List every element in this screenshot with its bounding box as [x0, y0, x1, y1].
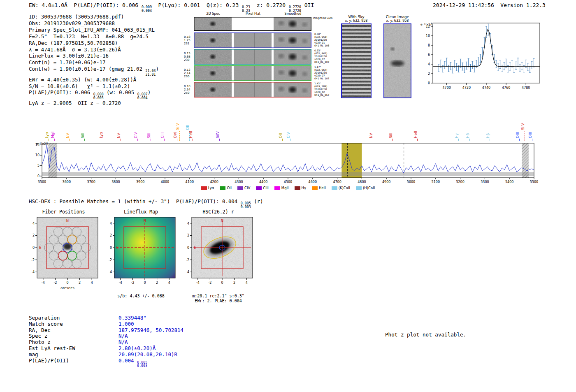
match-table: Separation0.339448"Match score1.000RA, D… — [29, 315, 183, 368]
svg-text:2: 2 — [233, 281, 235, 285]
svg-text:2: 2 — [110, 234, 112, 237]
info-line: Cont(n) = 1.70(±0.06)e-17 — [29, 59, 159, 66]
svg-text:3900: 3900 — [136, 180, 144, 184]
timestamp-version: 2024-12-29 11:42:56 Version 1.22.3 — [433, 2, 546, 8]
spec2d-row: 0.102.542501.42"(629, 289)20191230v029_0… — [184, 82, 341, 97]
spectrum-legend: LyαOIICIVCIIIMgIIHγHeII(K)CaII(H)CaII — [35, 186, 541, 190]
table-row-value: 2.80(±0.20)Å — [118, 346, 156, 352]
spec2d-row: 0.181.252310.60"(632, 958)20191230v029_0… — [184, 32, 341, 48]
line-label-CIII: CIII — [160, 132, 165, 138]
line-label-SiIV: SiIV — [216, 131, 220, 138]
table-row-value: 0.004 0.0050.003 — [118, 358, 147, 368]
scale-value: 1.25 — [184, 39, 194, 42]
svg-text:4720: 4720 — [462, 86, 471, 90]
value-uncertainty: 0.0080.005 — [93, 93, 104, 100]
svg-text:4: 4 — [110, 222, 112, 225]
svg-text:e⁻¹⁷x2Å: e⁻¹⁷x2Å — [420, 23, 433, 26]
legend-swatch — [332, 186, 337, 190]
line-label-Hδ: Hδ — [466, 133, 470, 138]
legend-label: OII — [227, 186, 232, 190]
value-uncertainty: 21.0321.01 — [145, 69, 156, 76]
lineflux-caption: s/b: 4.43 +/- 0.088 — [99, 294, 183, 299]
row-scale-labels: 0.181.25231 — [184, 32, 194, 48]
annotation-line: 041_RL_107 — [314, 60, 341, 63]
svg-text:4500: 4500 — [284, 180, 292, 184]
legend-label: HeII — [319, 186, 326, 190]
svg-text:0: 0 — [221, 281, 223, 285]
row-annotations: 1.42"(629, 289)20191230v029_02041_RL_067 — [313, 82, 341, 97]
svg-text:5200: 5200 — [456, 180, 464, 184]
svg-text:-2: -2 — [131, 281, 134, 285]
info-block: ID: 3005379688 (3005379688.pdf)Obs: 2019… — [29, 14, 159, 107]
spec2d-row-strips — [194, 82, 313, 97]
legend-item: (K)CaII — [332, 186, 350, 190]
row-annotations: 0.93"(632, 967)20191230v029_07041_RL_107 — [313, 49, 341, 65]
spec2d-row: 0.122.142301.17"(632, 967)20191230v029_0… — [184, 65, 341, 81]
with-sky-image — [341, 23, 372, 98]
svg-text:4740: 4740 — [482, 86, 490, 90]
row-annotations: 0.60"(632, 958)20191230v029_01041_RL_106 — [313, 32, 341, 48]
svg-text:0: 0 — [33, 246, 35, 250]
svg-text:-2: -2 — [208, 281, 211, 285]
svg-text:e⁻¹⁷x2Å: e⁻¹⁷x2Å — [36, 142, 49, 146]
lineflux-map-cutout: Lineflux Map NE-4-4-2-2002244 s/b: 4.43 … — [99, 209, 183, 299]
legend-swatch — [356, 186, 362, 190]
spec2d-row-strips — [194, 32, 313, 48]
legend-label: CIV — [244, 186, 250, 190]
table-row-label: RA, Dec — [29, 327, 118, 334]
annotation-line: (632, 967) — [314, 52, 341, 55]
line-label-NV: NV — [66, 133, 70, 138]
svg-text:E: E — [116, 246, 118, 250]
table-row-value: 20.09(20.08,20.10)R — [118, 352, 177, 358]
legend-item: MgII — [274, 186, 289, 190]
svg-text:-2: -2 — [109, 258, 112, 262]
svg-text:0: 0 — [428, 81, 430, 85]
hsc-plot: NE-4-4-2-2002244 — [176, 215, 260, 292]
scale-value: 0.68 — [184, 55, 194, 58]
svg-text:4700: 4700 — [333, 180, 341, 184]
elixer-report-page: EW: 4.0±1.0Å P(LAE)/P(OII): 0.006 0.0090… — [0, 0, 576, 392]
hsc-caption-1: m:20.1 re:2.1" s:0.3" — [176, 294, 260, 299]
svg-text:4000: 4000 — [161, 180, 169, 184]
fiber-positions-title: Fiber Positions — [21, 209, 106, 215]
legend-swatch — [295, 186, 300, 190]
svg-text:-2: -2 — [53, 281, 57, 285]
col-title-smoothed: Smoothed — [274, 12, 312, 16]
value-uncertainty: 0.0050.003 — [241, 202, 251, 209]
svg-text:-4: -4 — [186, 270, 189, 274]
table-row: Spec zN/A — [29, 333, 183, 339]
fiber-positions-cutout: Fiber Positions NE-4-4-2-2002244arcsecs — [21, 209, 106, 294]
svg-text:6: 6 — [428, 53, 430, 57]
svg-text:10: 10 — [426, 34, 430, 38]
row-scale-labels: 0.122.14230 — [184, 65, 194, 81]
svg-text:4900: 4900 — [382, 180, 390, 184]
value-uncertainty: 0.0050.003 — [137, 361, 147, 368]
line-label-NV: NV — [369, 133, 373, 138]
table-row-label: P(LAE)/P(OII) — [29, 358, 118, 368]
hsc-dex-matches-line: HSC-DEX : Possible Matches = 1 (within +… — [29, 198, 263, 209]
hsc-title: HSC(26.2) r — [176, 209, 260, 215]
svg-text:4700: 4700 — [443, 86, 451, 90]
legend-swatch — [274, 186, 280, 190]
svg-text:N: N — [144, 219, 146, 223]
table-row-label: Match score — [29, 321, 118, 327]
lineflux-map-title: Lineflux Map — [99, 209, 183, 215]
svg-text:0: 0 — [144, 281, 146, 285]
with-sky-title: With Sky — [339, 15, 374, 19]
legend-item: HeII — [312, 186, 326, 190]
legend-item: OII — [220, 186, 232, 190]
svg-text:0: 0 — [37, 174, 39, 178]
annotation-line: v029_07 — [314, 58, 341, 60]
spec2d-row-strips — [194, 49, 313, 65]
table-row: Photo zN/A — [29, 339, 183, 346]
info-line: LyA z = 2.9005 OII z = 0.2720 — [29, 100, 159, 107]
svg-text:4: 4 — [91, 281, 93, 285]
svg-text:3500: 3500 — [38, 180, 46, 184]
fiber-positions-plot: NE-4-4-2-2002244arcsecs — [21, 215, 106, 292]
svg-text:-2: -2 — [186, 258, 189, 262]
line-label-SiIV: SiIV — [521, 123, 525, 130]
svg-text:4: 4 — [33, 222, 35, 225]
line-label-Hβ: Hβ — [486, 133, 490, 138]
svg-text:-4: -4 — [119, 281, 122, 285]
annotation-line: 20191230 — [314, 38, 341, 41]
